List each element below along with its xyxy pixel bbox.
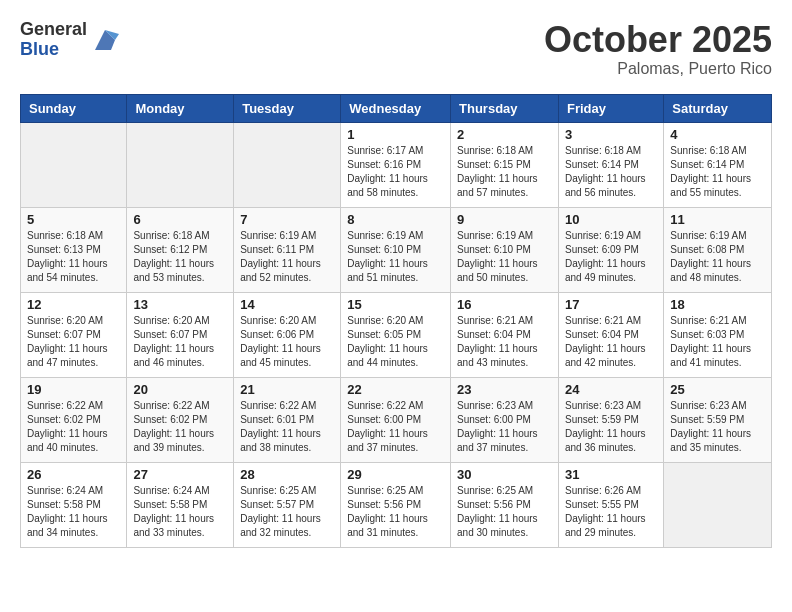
calendar-cell: 1Sunrise: 6:17 AMSunset: 6:16 PMDaylight… <box>341 122 451 207</box>
calendar-cell <box>234 122 341 207</box>
calendar-cell: 4Sunrise: 6:18 AMSunset: 6:14 PMDaylight… <box>664 122 772 207</box>
calendar-cell: 12Sunrise: 6:20 AMSunset: 6:07 PMDayligh… <box>21 292 127 377</box>
logo-general-text: General <box>20 20 87 40</box>
day-number: 7 <box>240 212 334 227</box>
weekday-header-thursday: Thursday <box>451 94 559 122</box>
day-number: 16 <box>457 297 552 312</box>
title-section: October 2025 Palomas, Puerto Rico <box>544 20 772 78</box>
day-info: Sunrise: 6:22 AMSunset: 6:00 PMDaylight:… <box>347 399 444 455</box>
day-info: Sunrise: 6:19 AMSunset: 6:09 PMDaylight:… <box>565 229 657 285</box>
day-number: 30 <box>457 467 552 482</box>
day-number: 23 <box>457 382 552 397</box>
calendar-cell: 31Sunrise: 6:26 AMSunset: 5:55 PMDayligh… <box>558 462 663 547</box>
day-number: 21 <box>240 382 334 397</box>
calendar-cell: 17Sunrise: 6:21 AMSunset: 6:04 PMDayligh… <box>558 292 663 377</box>
month-title: October 2025 <box>544 20 772 60</box>
day-info: Sunrise: 6:19 AMSunset: 6:11 PMDaylight:… <box>240 229 334 285</box>
calendar-cell: 23Sunrise: 6:23 AMSunset: 6:00 PMDayligh… <box>451 377 559 462</box>
logo-blue-text: Blue <box>20 40 87 60</box>
weekday-header-friday: Friday <box>558 94 663 122</box>
calendar-cell: 11Sunrise: 6:19 AMSunset: 6:08 PMDayligh… <box>664 207 772 292</box>
day-number: 19 <box>27 382 120 397</box>
day-info: Sunrise: 6:23 AMSunset: 5:59 PMDaylight:… <box>565 399 657 455</box>
day-info: Sunrise: 6:18 AMSunset: 6:12 PMDaylight:… <box>133 229 227 285</box>
day-number: 9 <box>457 212 552 227</box>
calendar-cell <box>127 122 234 207</box>
day-info: Sunrise: 6:26 AMSunset: 5:55 PMDaylight:… <box>565 484 657 540</box>
day-info: Sunrise: 6:25 AMSunset: 5:56 PMDaylight:… <box>457 484 552 540</box>
day-number: 27 <box>133 467 227 482</box>
calendar-cell: 15Sunrise: 6:20 AMSunset: 6:05 PMDayligh… <box>341 292 451 377</box>
day-info: Sunrise: 6:18 AMSunset: 6:13 PMDaylight:… <box>27 229 120 285</box>
day-info: Sunrise: 6:19 AMSunset: 6:10 PMDaylight:… <box>347 229 444 285</box>
day-number: 8 <box>347 212 444 227</box>
weekday-header-monday: Monday <box>127 94 234 122</box>
day-info: Sunrise: 6:22 AMSunset: 6:02 PMDaylight:… <box>27 399 120 455</box>
calendar-cell: 3Sunrise: 6:18 AMSunset: 6:14 PMDaylight… <box>558 122 663 207</box>
calendar-cell: 25Sunrise: 6:23 AMSunset: 5:59 PMDayligh… <box>664 377 772 462</box>
logo: General Blue <box>20 20 119 60</box>
weekday-header-sunday: Sunday <box>21 94 127 122</box>
day-info: Sunrise: 6:21 AMSunset: 6:03 PMDaylight:… <box>670 314 765 370</box>
calendar-cell <box>21 122 127 207</box>
day-number: 6 <box>133 212 227 227</box>
day-info: Sunrise: 6:25 AMSunset: 5:56 PMDaylight:… <box>347 484 444 540</box>
day-info: Sunrise: 6:23 AMSunset: 5:59 PMDaylight:… <box>670 399 765 455</box>
day-number: 14 <box>240 297 334 312</box>
page-header: General Blue October 2025 Palomas, Puert… <box>20 20 772 78</box>
calendar-cell: 2Sunrise: 6:18 AMSunset: 6:15 PMDaylight… <box>451 122 559 207</box>
day-number: 29 <box>347 467 444 482</box>
day-info: Sunrise: 6:17 AMSunset: 6:16 PMDaylight:… <box>347 144 444 200</box>
day-info: Sunrise: 6:20 AMSunset: 6:07 PMDaylight:… <box>133 314 227 370</box>
calendar-cell: 20Sunrise: 6:22 AMSunset: 6:02 PMDayligh… <box>127 377 234 462</box>
location-subtitle: Palomas, Puerto Rico <box>544 60 772 78</box>
day-number: 20 <box>133 382 227 397</box>
day-info: Sunrise: 6:24 AMSunset: 5:58 PMDaylight:… <box>133 484 227 540</box>
day-info: Sunrise: 6:20 AMSunset: 6:05 PMDaylight:… <box>347 314 444 370</box>
day-info: Sunrise: 6:19 AMSunset: 6:08 PMDaylight:… <box>670 229 765 285</box>
logo-icon <box>91 26 119 54</box>
day-number: 10 <box>565 212 657 227</box>
day-info: Sunrise: 6:23 AMSunset: 6:00 PMDaylight:… <box>457 399 552 455</box>
week-row-2: 5Sunrise: 6:18 AMSunset: 6:13 PMDaylight… <box>21 207 772 292</box>
weekday-header-saturday: Saturday <box>664 94 772 122</box>
calendar-cell: 22Sunrise: 6:22 AMSunset: 6:00 PMDayligh… <box>341 377 451 462</box>
calendar-cell: 13Sunrise: 6:20 AMSunset: 6:07 PMDayligh… <box>127 292 234 377</box>
day-info: Sunrise: 6:20 AMSunset: 6:07 PMDaylight:… <box>27 314 120 370</box>
calendar-cell: 29Sunrise: 6:25 AMSunset: 5:56 PMDayligh… <box>341 462 451 547</box>
day-number: 4 <box>670 127 765 142</box>
day-info: Sunrise: 6:21 AMSunset: 6:04 PMDaylight:… <box>457 314 552 370</box>
calendar-cell: 16Sunrise: 6:21 AMSunset: 6:04 PMDayligh… <box>451 292 559 377</box>
calendar-cell: 14Sunrise: 6:20 AMSunset: 6:06 PMDayligh… <box>234 292 341 377</box>
day-info: Sunrise: 6:18 AMSunset: 6:14 PMDaylight:… <box>565 144 657 200</box>
day-info: Sunrise: 6:18 AMSunset: 6:14 PMDaylight:… <box>670 144 765 200</box>
day-info: Sunrise: 6:21 AMSunset: 6:04 PMDaylight:… <box>565 314 657 370</box>
calendar-cell: 5Sunrise: 6:18 AMSunset: 6:13 PMDaylight… <box>21 207 127 292</box>
day-info: Sunrise: 6:25 AMSunset: 5:57 PMDaylight:… <box>240 484 334 540</box>
calendar-cell: 28Sunrise: 6:25 AMSunset: 5:57 PMDayligh… <box>234 462 341 547</box>
day-info: Sunrise: 6:18 AMSunset: 6:15 PMDaylight:… <box>457 144 552 200</box>
day-number: 13 <box>133 297 227 312</box>
calendar-cell: 30Sunrise: 6:25 AMSunset: 5:56 PMDayligh… <box>451 462 559 547</box>
calendar-cell: 8Sunrise: 6:19 AMSunset: 6:10 PMDaylight… <box>341 207 451 292</box>
week-row-1: 1Sunrise: 6:17 AMSunset: 6:16 PMDaylight… <box>21 122 772 207</box>
day-number: 18 <box>670 297 765 312</box>
weekday-header-wednesday: Wednesday <box>341 94 451 122</box>
calendar-cell <box>664 462 772 547</box>
calendar-cell: 19Sunrise: 6:22 AMSunset: 6:02 PMDayligh… <box>21 377 127 462</box>
calendar-table: SundayMondayTuesdayWednesdayThursdayFrid… <box>20 94 772 548</box>
day-number: 31 <box>565 467 657 482</box>
calendar-cell: 27Sunrise: 6:24 AMSunset: 5:58 PMDayligh… <box>127 462 234 547</box>
day-number: 17 <box>565 297 657 312</box>
calendar-cell: 21Sunrise: 6:22 AMSunset: 6:01 PMDayligh… <box>234 377 341 462</box>
day-info: Sunrise: 6:20 AMSunset: 6:06 PMDaylight:… <box>240 314 334 370</box>
week-row-5: 26Sunrise: 6:24 AMSunset: 5:58 PMDayligh… <box>21 462 772 547</box>
day-info: Sunrise: 6:19 AMSunset: 6:10 PMDaylight:… <box>457 229 552 285</box>
day-number: 25 <box>670 382 765 397</box>
day-number: 5 <box>27 212 120 227</box>
weekday-header-row: SundayMondayTuesdayWednesdayThursdayFrid… <box>21 94 772 122</box>
day-info: Sunrise: 6:22 AMSunset: 6:02 PMDaylight:… <box>133 399 227 455</box>
day-number: 24 <box>565 382 657 397</box>
day-number: 28 <box>240 467 334 482</box>
day-number: 11 <box>670 212 765 227</box>
